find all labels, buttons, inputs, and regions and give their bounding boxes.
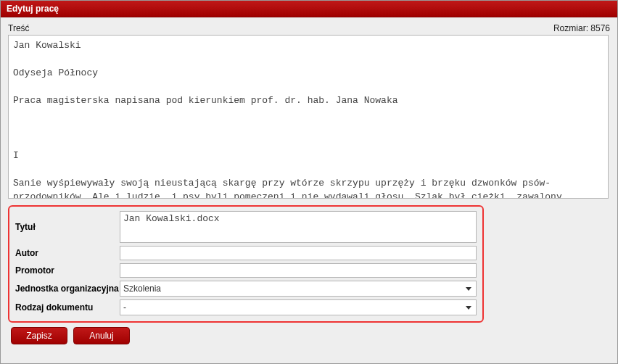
unit-select-value: Szkolenia: [123, 284, 161, 294]
content-label: Treść: [8, 23, 30, 33]
metadata-form: Tytuł Autor Promotor Jednostka organizac…: [8, 205, 484, 323]
content-header-row: Treść Rozmiar: 8576: [8, 23, 610, 33]
title-input[interactable]: [120, 211, 477, 243]
unit-row: Jednostka organizacyjna Szkolenia: [15, 281, 477, 297]
chevron-down-icon: [466, 306, 471, 310]
dialog-window: Edytuj pracę Treść Rozmiar: 8576 Tytuł A…: [0, 0, 618, 364]
doctype-label: Rodzaj dokumentu: [15, 302, 120, 313]
supervisor-label: Promotor: [15, 265, 120, 276]
dialog-title: Edytuj pracę: [1, 1, 617, 17]
unit-select[interactable]: Szkolenia: [120, 281, 477, 297]
author-label: Autor: [15, 248, 120, 258]
cancel-button[interactable]: Anuluj: [73, 327, 130, 344]
chevron-down-icon: [466, 287, 471, 291]
title-row: Tytuł: [15, 211, 477, 243]
doctype-row: Rodzaj dokumentu -: [15, 299, 477, 315]
title-label: Tytuł: [15, 222, 120, 232]
size-label: Rozmiar: 8576: [553, 23, 610, 33]
dialog-content: Treść Rozmiar: 8576 Tytuł Autor Promotor…: [1, 17, 617, 350]
doctype-select[interactable]: -: [120, 299, 477, 315]
save-button[interactable]: Zapisz: [11, 327, 67, 344]
doctype-select-value: -: [123, 302, 126, 313]
author-row: Autor: [15, 246, 477, 260]
supervisor-row: Promotor: [15, 263, 477, 278]
content-textarea[interactable]: [8, 35, 609, 199]
supervisor-input[interactable]: [120, 263, 477, 278]
unit-label: Jednostka organizacyjna: [15, 284, 120, 294]
button-row: Zapisz Anuluj: [8, 327, 610, 344]
author-input[interactable]: [120, 246, 477, 260]
